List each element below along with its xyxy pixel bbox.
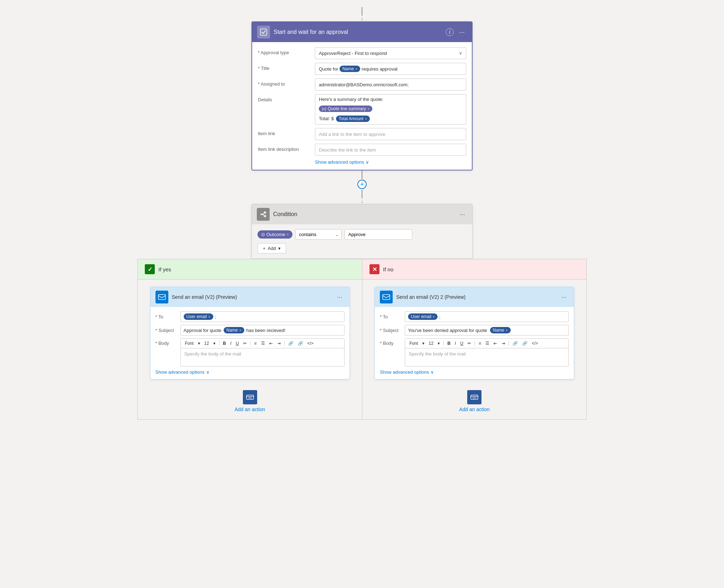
email-to-token-yes[interactable]: User email ×: [184, 313, 213, 320]
email-to-token-no[interactable]: User email ×: [408, 313, 438, 320]
condition-title: Condition: [273, 211, 297, 218]
condition-dots-button[interactable]: ···: [458, 210, 467, 219]
item-link-field[interactable]: Add a link to the item to approve: [315, 128, 466, 140]
approval-type-field[interactable]: Approve/Reject - First to respond ∨: [315, 47, 466, 59]
approval-info-button[interactable]: i: [446, 28, 454, 36]
assigned-to-field[interactable]: administrator@BASDemo.onmicrosoft.com;: [315, 78, 466, 91]
font-select-yes[interactable]: Font: [184, 340, 195, 347]
email-body-editor-yes[interactable]: Font ▾ 12 ▾ B I U ✏: [180, 338, 345, 367]
email-subject-field-yes[interactable]: Approval for quote Name × has been recie…: [180, 325, 345, 336]
unlink-btn-no[interactable]: 🔗: [521, 340, 529, 347]
ul-btn-no[interactable]: ≡: [477, 340, 483, 347]
email-to-row-yes: * To User email × ;: [155, 311, 345, 322]
details-token2[interactable]: Total Amount ×: [336, 116, 370, 122]
svg-rect-11: [471, 395, 478, 399]
branch-yes-icon: ✓: [145, 264, 155, 274]
branch-yes: ✓ If yes Send an em: [137, 259, 362, 420]
font-size-dropdown-no[interactable]: ▾: [436, 340, 441, 347]
ol-btn-yes[interactable]: ☰: [260, 340, 266, 347]
item-link-desc-field[interactable]: Describe the link to the item: [315, 144, 466, 156]
title-prefix: Quote for: [319, 66, 338, 72]
item-link-row: Item link Add a link to the item to appr…: [258, 128, 466, 140]
bold-btn-yes[interactable]: B: [221, 340, 228, 347]
email-dots-no-button[interactable]: ···: [559, 293, 569, 302]
font-size-yes[interactable]: 12: [203, 340, 210, 347]
toolbar-sep3-yes: [284, 341, 285, 346]
email-subject-row-yes: * Subject Approval for quote Name × has …: [155, 325, 345, 336]
italic-btn-no[interactable]: I: [453, 340, 457, 347]
email-subject-token-close-yes[interactable]: ×: [239, 328, 241, 332]
email-subject-field-no[interactable]: You've been denied approval for quote Na…: [405, 325, 569, 336]
details-token1[interactable]: {x} Quote line summary ×: [319, 106, 372, 112]
connector-line-mid1: [362, 170, 362, 179]
approval-show-advanced-label: Show advanced options: [315, 159, 364, 165]
email-body-content-yes[interactable]: Specify the body of the mail: [181, 348, 344, 366]
toolbar-sep1-no: [443, 341, 444, 346]
details-token1-close-icon[interactable]: ×: [367, 107, 369, 111]
email-to-label-no: * To: [380, 314, 405, 319]
email-to-token-close-no[interactable]: ×: [433, 315, 435, 319]
approval-type-row: * Approval type Approve/Reject - First t…: [258, 47, 466, 59]
font-dropdown-icon-yes[interactable]: ▾: [197, 340, 202, 347]
title-row: * Title Quote for Name × requires approv…: [258, 63, 466, 75]
email-body-content-no[interactable]: Specify the body of the mail: [405, 348, 569, 366]
underline-btn-no[interactable]: U: [459, 340, 465, 347]
title-token-close-icon[interactable]: ×: [355, 67, 357, 71]
bold-btn-no[interactable]: B: [446, 340, 452, 347]
color-btn-no[interactable]: ✏: [466, 340, 473, 347]
svg-rect-10: [383, 295, 390, 300]
font-select-no[interactable]: Font: [408, 340, 419, 347]
email-body-editor-no[interactable]: Font ▾ 12 ▾ B I U ✏: [405, 338, 569, 367]
condition-value-input[interactable]: [345, 229, 412, 240]
link-btn-no[interactable]: 🔗: [511, 340, 519, 347]
condition-add-button[interactable]: + Add ▾: [258, 243, 286, 254]
details-line1: Here's a summary of the quote:: [319, 97, 383, 102]
italic-btn-yes[interactable]: I: [229, 340, 233, 347]
email-dots-yes-button[interactable]: ···: [335, 293, 344, 302]
svg-line-5: [263, 214, 264, 216]
branch-yes-label: If yes: [158, 266, 171, 272]
font-size-no[interactable]: 12: [427, 340, 435, 347]
ul-btn-yes[interactable]: ≡: [253, 340, 258, 347]
link-btn-yes[interactable]: 🔗: [287, 340, 295, 347]
add-action-button-no[interactable]: Add an action: [459, 390, 490, 412]
code-btn-yes[interactable]: </>: [306, 340, 315, 347]
svg-rect-7: [246, 395, 254, 399]
condition-add-label: Add: [268, 246, 276, 251]
approval-title: Start and wait for an approval: [274, 29, 348, 35]
email-subject-token-close-no[interactable]: ×: [506, 328, 508, 332]
unlink-btn-yes[interactable]: 🔗: [296, 340, 305, 347]
add-action-button-yes[interactable]: Add an action: [235, 390, 265, 412]
details-token2-close-icon[interactable]: ×: [365, 117, 367, 121]
ol-btn-no[interactable]: ☰: [484, 340, 491, 347]
title-field[interactable]: Quote for Name × requires approval: [315, 63, 466, 75]
indent-left-no[interactable]: ⇤: [492, 340, 499, 347]
email-show-advanced-no[interactable]: Show advanced options ∨: [380, 369, 569, 375]
color-btn-yes[interactable]: ✏: [242, 340, 248, 347]
condition-token-close-icon[interactable]: ×: [287, 232, 289, 236]
svg-rect-0: [260, 29, 267, 35]
add-step-button[interactable]: +: [357, 180, 367, 189]
indent-right-yes[interactable]: ⇥: [276, 340, 282, 347]
font-size-dropdown-yes[interactable]: ▾: [212, 340, 217, 347]
email-show-advanced-yes[interactable]: Show advanced options ∨: [155, 369, 345, 375]
approval-type-dropdown-icon: ∨: [459, 51, 462, 56]
email-subject-token-yes[interactable]: Name ×: [224, 327, 244, 333]
condition-operator-select[interactable]: contains: [295, 229, 342, 240]
font-dropdown-icon-no[interactable]: ▾: [421, 340, 426, 347]
indent-left-yes[interactable]: ⇤: [268, 340, 274, 347]
details-field[interactable]: Here's a summary of the quote: {x} Quote…: [315, 94, 466, 124]
approval-header-right: i ···: [446, 28, 467, 37]
indent-right-no[interactable]: ⇥: [500, 340, 506, 347]
email-subject-token-no[interactable]: Name ×: [490, 327, 511, 333]
approval-show-advanced[interactable]: Show advanced options ∨: [258, 159, 466, 165]
title-name-token[interactable]: Name ×: [340, 66, 360, 72]
email-to-token-close-yes[interactable]: ×: [208, 315, 210, 319]
email-to-field-no[interactable]: User email × ;: [405, 311, 569, 322]
email-to-field-yes[interactable]: User email × ;: [180, 311, 345, 322]
underline-btn-yes[interactable]: U: [234, 340, 240, 347]
assigned-to-value: administrator@BASDemo.onmicrosoft.com;: [319, 82, 409, 87]
approval-dots-button[interactable]: ···: [457, 28, 467, 37]
condition-outcome-token[interactable]: ⊙ Outcome ×: [258, 230, 292, 239]
code-btn-no[interactable]: </>: [530, 340, 539, 347]
